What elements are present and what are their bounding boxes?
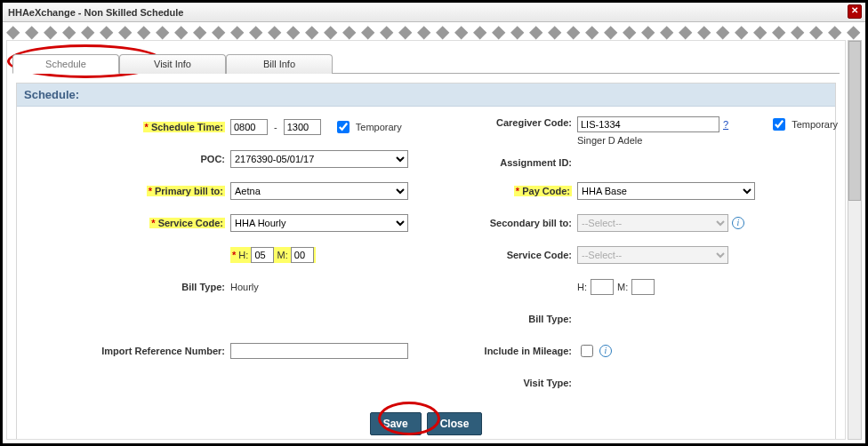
import-ref-input[interactable] bbox=[230, 343, 408, 359]
close-icon[interactable]: ✕ bbox=[848, 4, 862, 19]
service-code-select[interactable]: HHA Hourly bbox=[230, 214, 408, 232]
bill-type-label: Bill Type: bbox=[181, 282, 225, 292]
include-mileage-label: Include in Mileage: bbox=[485, 346, 572, 356]
form-grid: * Schedule Time: - Temporary POC: bbox=[17, 107, 835, 398]
service-code2-label: Service Code: bbox=[507, 250, 572, 260]
caregiver-code-input[interactable] bbox=[577, 116, 719, 132]
secondary-bill-select[interactable]: --Select-- bbox=[577, 214, 728, 232]
include-mileage-checkbox[interactable] bbox=[581, 345, 593, 357]
row-pay-code: * Pay Code: HHA Base bbox=[408, 179, 838, 203]
secondary-bill-label: Secondary bill to: bbox=[490, 218, 572, 228]
tab-strip: Schedule Visit Info Bill Info bbox=[12, 53, 840, 74]
temporary-checkbox-left[interactable] bbox=[337, 121, 350, 133]
scrollbar-thumb[interactable] bbox=[848, 41, 861, 201]
row-hm-2: H: M: bbox=[408, 275, 838, 299]
minutes2-input[interactable] bbox=[631, 279, 655, 295]
hours2-input[interactable] bbox=[591, 279, 614, 295]
row-include-mileage: Include in Mileage: i bbox=[408, 339, 838, 362]
primary-bill-select[interactable]: Aetna bbox=[230, 182, 408, 200]
info-icon[interactable]: i bbox=[732, 217, 744, 229]
row-schedule-time: * Schedule Time: - Temporary bbox=[26, 115, 408, 139]
caregiver-help-link[interactable]: ? bbox=[719, 119, 728, 130]
pay-code-select[interactable]: HHA Base bbox=[577, 182, 755, 200]
m-label: M: bbox=[277, 250, 287, 260]
m2-label: M: bbox=[617, 282, 628, 292]
row-caregiver-code: Caregiver Code: ? Temporary Singer D Ad bbox=[408, 115, 838, 146]
tab-schedule[interactable]: Schedule bbox=[12, 54, 119, 74]
row-primary-bill: * Primary bill to: Aetna bbox=[26, 179, 408, 203]
time-dash: - bbox=[271, 122, 280, 132]
h-label: H: bbox=[238, 250, 248, 260]
service-code-label: Service Code: bbox=[158, 218, 223, 228]
import-ref-label: Import Reference Number: bbox=[101, 346, 225, 356]
row-poc: POC: 2176390-05/01/17 bbox=[26, 147, 408, 171]
row-spacer-left bbox=[26, 307, 408, 331]
row-hm: * H: M: bbox=[26, 243, 408, 267]
service-code2-select[interactable]: --Select-- bbox=[577, 246, 728, 264]
caregiver-code-label: Caregiver Code: bbox=[496, 117, 572, 128]
schedule-panel: Schedule: * Schedule Time: - Temporary bbox=[16, 83, 836, 440]
caregiver-name: Singer D Adele bbox=[577, 135, 642, 146]
row-visit-type: Visit Type: bbox=[408, 371, 838, 394]
left-column: * Schedule Time: - Temporary POC: bbox=[26, 115, 408, 394]
temporary-checkbox-right[interactable] bbox=[773, 118, 785, 131]
button-row: Save Close bbox=[17, 398, 835, 440]
info-icon[interactable]: i bbox=[599, 345, 612, 357]
bill-type-value: Hourly bbox=[230, 282, 259, 292]
poc-select[interactable]: 2176390-05/01/17 bbox=[230, 150, 408, 168]
row-import-ref: Import Reference Number: bbox=[26, 339, 408, 362]
row-bill-type-2: Bill Type: bbox=[408, 307, 838, 331]
assignment-id-label: Assignment ID: bbox=[500, 157, 572, 168]
window-title: HHAeXchange - Non Skilled Schedule bbox=[8, 7, 183, 18]
minutes-input[interactable] bbox=[291, 247, 314, 263]
schedule-time-from-input[interactable] bbox=[230, 119, 268, 135]
row-bill-type: Bill Type: Hourly bbox=[26, 275, 408, 299]
save-button[interactable]: Save bbox=[370, 412, 422, 435]
temporary-label-left: Temporary bbox=[356, 122, 402, 132]
right-column: Caregiver Code: ? Temporary Singer D Ad bbox=[408, 115, 838, 394]
bill-type2-label: Bill Type: bbox=[528, 314, 572, 324]
h2-label: H: bbox=[577, 282, 587, 292]
tab-bill-info[interactable]: Bill Info bbox=[226, 54, 333, 74]
poc-label: POC: bbox=[201, 154, 226, 164]
close-button[interactable]: Close bbox=[427, 412, 483, 435]
decorative-divider: ◆◆◆◆◆◆◆◆◆◆◆◆◆◆◆◆◆◆◆◆◆◆◆◆◆◆◆◆◆◆◆◆◆◆◆◆◆◆◆◆… bbox=[3, 22, 865, 40]
temporary-label-right: Temporary bbox=[792, 119, 838, 130]
section-title: Schedule: bbox=[17, 84, 835, 107]
non-skilled-schedule-dialog: HHAeXchange - Non Skilled Schedule ✕ ◆◆◆… bbox=[0, 0, 868, 446]
row-secondary-bill: Secondary bill to: --Select-- i bbox=[408, 211, 838, 235]
schedule-time-label: Schedule Time: bbox=[151, 122, 223, 132]
content-area: Schedule Visit Info Bill Info Schedule: … bbox=[6, 40, 846, 440]
row-service-code: * Service Code: HHA Hourly bbox=[26, 211, 408, 235]
tab-visit-info[interactable]: Visit Info bbox=[119, 54, 226, 74]
titlebar: HHAeXchange - Non Skilled Schedule ✕ bbox=[3, 3, 865, 22]
row-assignment-id: Assignment ID: bbox=[408, 155, 838, 171]
visit-type-label: Visit Type: bbox=[523, 378, 572, 388]
row-service-code-2: Service Code: --Select-- bbox=[408, 243, 838, 267]
vertical-scrollbar[interactable] bbox=[848, 40, 862, 440]
pay-code-label: Pay Code: bbox=[522, 186, 570, 196]
schedule-time-to-input[interactable] bbox=[284, 119, 321, 135]
primary-bill-label: Primary bill to: bbox=[155, 186, 223, 196]
hours-input[interactable] bbox=[251, 247, 274, 263]
